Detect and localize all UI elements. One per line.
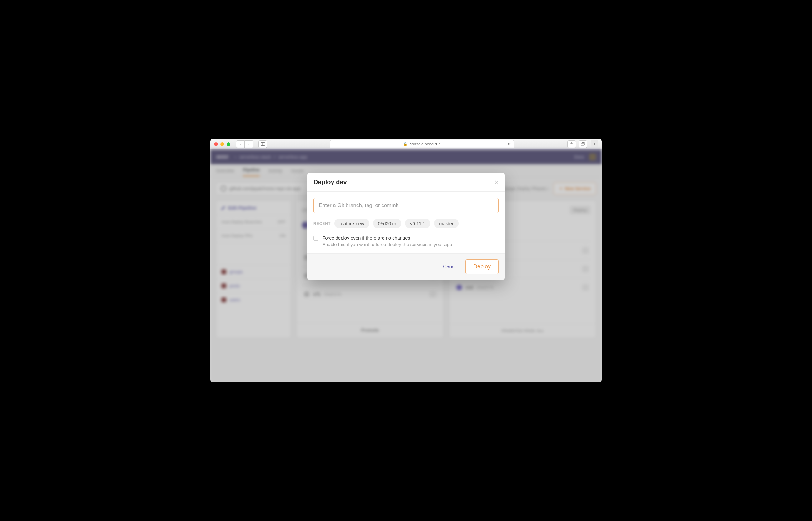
sidebar-toggle-button[interactable] (259, 140, 267, 148)
recent-chip[interactable]: 05d207b (373, 219, 401, 228)
recent-chip[interactable]: v0.11.1 (405, 219, 430, 228)
maximize-window-icon[interactable] (226, 142, 230, 146)
nav-buttons: ‹ › (236, 140, 254, 148)
back-button[interactable]: ‹ (236, 140, 245, 148)
browser-titlebar: ‹ › 🔒 console.seed.run ⟳ + (210, 138, 602, 150)
recent-chip[interactable]: master (434, 219, 458, 228)
recent-label: RECENT (313, 221, 331, 226)
minimize-window-icon[interactable] (220, 142, 224, 146)
lock-icon: 🔒 (403, 142, 408, 146)
svg-rect-0 (261, 143, 265, 146)
deploy-modal: Deploy dev × RECENT feature-new 05d207b … (307, 173, 505, 279)
share-button[interactable] (567, 140, 576, 148)
force-deploy-help: Enable this if you want to force deploy … (322, 242, 452, 247)
new-tab-button[interactable]: + (591, 140, 598, 149)
window-controls (214, 142, 230, 146)
recent-chip[interactable]: feature-new (334, 219, 369, 228)
close-window-icon[interactable] (214, 142, 218, 146)
browser-window: ‹ › 🔒 console.seed.run ⟳ + SEED › s (210, 138, 602, 383)
force-deploy-checkbox[interactable] (313, 236, 318, 241)
reload-icon[interactable]: ⟳ (508, 142, 511, 146)
cancel-button[interactable]: Cancel (443, 264, 458, 270)
browser-right-actions: + (567, 140, 598, 149)
deploy-button[interactable]: Deploy (465, 259, 499, 274)
url-bar[interactable]: 🔒 console.seed.run ⟳ (330, 140, 514, 148)
tabs-button[interactable] (578, 140, 587, 148)
git-ref-input[interactable] (313, 198, 499, 213)
modal-title: Deploy dev (313, 179, 347, 186)
svg-rect-5 (581, 143, 584, 146)
url-text: console.seed.run (409, 142, 440, 146)
forward-button[interactable]: › (245, 140, 254, 148)
close-icon[interactable]: × (495, 179, 499, 186)
force-deploy-label: Force deploy even if there are no change… (322, 235, 452, 241)
